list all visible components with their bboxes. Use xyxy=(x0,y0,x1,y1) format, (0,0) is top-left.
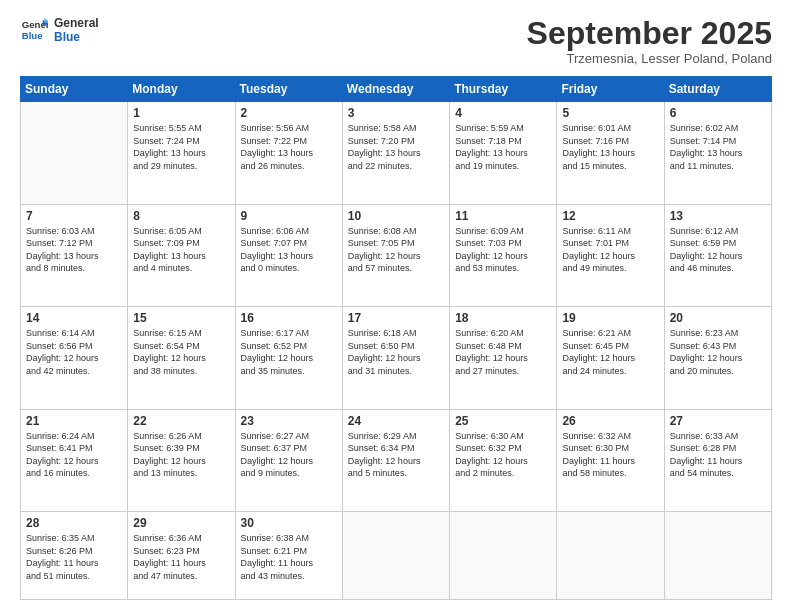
day-info: Sunrise: 5:56 AM Sunset: 7:22 PM Dayligh… xyxy=(241,122,337,172)
calendar-cell: 21Sunrise: 6:24 AM Sunset: 6:41 PM Dayli… xyxy=(21,409,128,512)
day-info: Sunrise: 5:55 AM Sunset: 7:24 PM Dayligh… xyxy=(133,122,229,172)
day-number: 5 xyxy=(562,106,658,120)
day-info: Sunrise: 6:11 AM Sunset: 7:01 PM Dayligh… xyxy=(562,225,658,275)
calendar-cell xyxy=(557,512,664,600)
day-info: Sunrise: 6:33 AM Sunset: 6:28 PM Dayligh… xyxy=(670,430,766,480)
calendar-cell xyxy=(664,512,771,600)
day-info: Sunrise: 6:27 AM Sunset: 6:37 PM Dayligh… xyxy=(241,430,337,480)
day-number: 10 xyxy=(348,209,444,223)
calendar-header-sunday: Sunday xyxy=(21,77,128,102)
location: Trzemesnia, Lesser Poland, Poland xyxy=(527,51,772,66)
day-info: Sunrise: 6:06 AM Sunset: 7:07 PM Dayligh… xyxy=(241,225,337,275)
calendar-header-thursday: Thursday xyxy=(450,77,557,102)
day-number: 30 xyxy=(241,516,337,530)
calendar-cell xyxy=(450,512,557,600)
day-info: Sunrise: 6:32 AM Sunset: 6:30 PM Dayligh… xyxy=(562,430,658,480)
day-info: Sunrise: 6:26 AM Sunset: 6:39 PM Dayligh… xyxy=(133,430,229,480)
calendar-cell: 27Sunrise: 6:33 AM Sunset: 6:28 PM Dayli… xyxy=(664,409,771,512)
day-number: 2 xyxy=(241,106,337,120)
day-number: 11 xyxy=(455,209,551,223)
calendar-header-tuesday: Tuesday xyxy=(235,77,342,102)
day-info: Sunrise: 6:35 AM Sunset: 6:26 PM Dayligh… xyxy=(26,532,122,582)
calendar-cell: 7Sunrise: 6:03 AM Sunset: 7:12 PM Daylig… xyxy=(21,204,128,307)
day-info: Sunrise: 6:08 AM Sunset: 7:05 PM Dayligh… xyxy=(348,225,444,275)
logo-icon: General Blue xyxy=(20,16,48,44)
day-number: 21 xyxy=(26,414,122,428)
day-info: Sunrise: 6:36 AM Sunset: 6:23 PM Dayligh… xyxy=(133,532,229,582)
day-info: Sunrise: 6:14 AM Sunset: 6:56 PM Dayligh… xyxy=(26,327,122,377)
calendar-cell: 30Sunrise: 6:38 AM Sunset: 6:21 PM Dayli… xyxy=(235,512,342,600)
calendar-cell: 10Sunrise: 6:08 AM Sunset: 7:05 PM Dayli… xyxy=(342,204,449,307)
calendar-header-monday: Monday xyxy=(128,77,235,102)
svg-text:Blue: Blue xyxy=(22,30,43,41)
day-number: 20 xyxy=(670,311,766,325)
day-number: 26 xyxy=(562,414,658,428)
day-info: Sunrise: 6:15 AM Sunset: 6:54 PM Dayligh… xyxy=(133,327,229,377)
header: General Blue General Blue September 2025… xyxy=(20,16,772,66)
day-number: 13 xyxy=(670,209,766,223)
day-number: 14 xyxy=(26,311,122,325)
day-number: 27 xyxy=(670,414,766,428)
calendar-cell: 3Sunrise: 5:58 AM Sunset: 7:20 PM Daylig… xyxy=(342,102,449,205)
day-number: 23 xyxy=(241,414,337,428)
day-number: 1 xyxy=(133,106,229,120)
logo-line2: Blue xyxy=(54,30,99,44)
calendar-cell xyxy=(21,102,128,205)
day-number: 19 xyxy=(562,311,658,325)
logo-line1: General xyxy=(54,16,99,30)
calendar-cell: 12Sunrise: 6:11 AM Sunset: 7:01 PM Dayli… xyxy=(557,204,664,307)
day-info: Sunrise: 6:01 AM Sunset: 7:16 PM Dayligh… xyxy=(562,122,658,172)
day-info: Sunrise: 6:05 AM Sunset: 7:09 PM Dayligh… xyxy=(133,225,229,275)
day-number: 4 xyxy=(455,106,551,120)
day-number: 17 xyxy=(348,311,444,325)
calendar-cell xyxy=(342,512,449,600)
day-number: 16 xyxy=(241,311,337,325)
calendar-cell: 8Sunrise: 6:05 AM Sunset: 7:09 PM Daylig… xyxy=(128,204,235,307)
day-number: 28 xyxy=(26,516,122,530)
day-number: 9 xyxy=(241,209,337,223)
calendar-cell: 19Sunrise: 6:21 AM Sunset: 6:45 PM Dayli… xyxy=(557,307,664,410)
day-info: Sunrise: 6:24 AM Sunset: 6:41 PM Dayligh… xyxy=(26,430,122,480)
calendar-cell: 18Sunrise: 6:20 AM Sunset: 6:48 PM Dayli… xyxy=(450,307,557,410)
day-info: Sunrise: 6:09 AM Sunset: 7:03 PM Dayligh… xyxy=(455,225,551,275)
calendar-cell: 4Sunrise: 5:59 AM Sunset: 7:18 PM Daylig… xyxy=(450,102,557,205)
calendar-cell: 17Sunrise: 6:18 AM Sunset: 6:50 PM Dayli… xyxy=(342,307,449,410)
title-block: September 2025 Trzemesnia, Lesser Poland… xyxy=(527,16,772,66)
calendar-cell: 29Sunrise: 6:36 AM Sunset: 6:23 PM Dayli… xyxy=(128,512,235,600)
calendar-cell: 9Sunrise: 6:06 AM Sunset: 7:07 PM Daylig… xyxy=(235,204,342,307)
day-info: Sunrise: 6:03 AM Sunset: 7:12 PM Dayligh… xyxy=(26,225,122,275)
day-number: 29 xyxy=(133,516,229,530)
day-info: Sunrise: 6:30 AM Sunset: 6:32 PM Dayligh… xyxy=(455,430,551,480)
logo: General Blue General Blue xyxy=(20,16,99,44)
calendar-cell: 13Sunrise: 6:12 AM Sunset: 6:59 PM Dayli… xyxy=(664,204,771,307)
calendar-cell: 23Sunrise: 6:27 AM Sunset: 6:37 PM Dayli… xyxy=(235,409,342,512)
calendar-cell: 20Sunrise: 6:23 AM Sunset: 6:43 PM Dayli… xyxy=(664,307,771,410)
calendar-header-friday: Friday xyxy=(557,77,664,102)
calendar-cell: 15Sunrise: 6:15 AM Sunset: 6:54 PM Dayli… xyxy=(128,307,235,410)
day-number: 8 xyxy=(133,209,229,223)
calendar-cell: 24Sunrise: 6:29 AM Sunset: 6:34 PM Dayli… xyxy=(342,409,449,512)
day-number: 22 xyxy=(133,414,229,428)
day-info: Sunrise: 5:58 AM Sunset: 7:20 PM Dayligh… xyxy=(348,122,444,172)
day-info: Sunrise: 6:20 AM Sunset: 6:48 PM Dayligh… xyxy=(455,327,551,377)
calendar-header-saturday: Saturday xyxy=(664,77,771,102)
calendar-cell: 11Sunrise: 6:09 AM Sunset: 7:03 PM Dayli… xyxy=(450,204,557,307)
day-number: 6 xyxy=(670,106,766,120)
day-info: Sunrise: 6:18 AM Sunset: 6:50 PM Dayligh… xyxy=(348,327,444,377)
month-title: September 2025 xyxy=(527,16,772,51)
day-info: Sunrise: 6:21 AM Sunset: 6:45 PM Dayligh… xyxy=(562,327,658,377)
calendar-cell: 22Sunrise: 6:26 AM Sunset: 6:39 PM Dayli… xyxy=(128,409,235,512)
calendar-cell: 14Sunrise: 6:14 AM Sunset: 6:56 PM Dayli… xyxy=(21,307,128,410)
calendar-cell: 25Sunrise: 6:30 AM Sunset: 6:32 PM Dayli… xyxy=(450,409,557,512)
day-info: Sunrise: 6:02 AM Sunset: 7:14 PM Dayligh… xyxy=(670,122,766,172)
page: General Blue General Blue September 2025… xyxy=(0,0,792,612)
day-number: 7 xyxy=(26,209,122,223)
day-info: Sunrise: 6:29 AM Sunset: 6:34 PM Dayligh… xyxy=(348,430,444,480)
calendar-table: SundayMondayTuesdayWednesdayThursdayFrid… xyxy=(20,76,772,600)
day-info: Sunrise: 6:17 AM Sunset: 6:52 PM Dayligh… xyxy=(241,327,337,377)
day-number: 25 xyxy=(455,414,551,428)
day-info: Sunrise: 5:59 AM Sunset: 7:18 PM Dayligh… xyxy=(455,122,551,172)
day-info: Sunrise: 6:23 AM Sunset: 6:43 PM Dayligh… xyxy=(670,327,766,377)
day-info: Sunrise: 6:12 AM Sunset: 6:59 PM Dayligh… xyxy=(670,225,766,275)
calendar-cell: 5Sunrise: 6:01 AM Sunset: 7:16 PM Daylig… xyxy=(557,102,664,205)
